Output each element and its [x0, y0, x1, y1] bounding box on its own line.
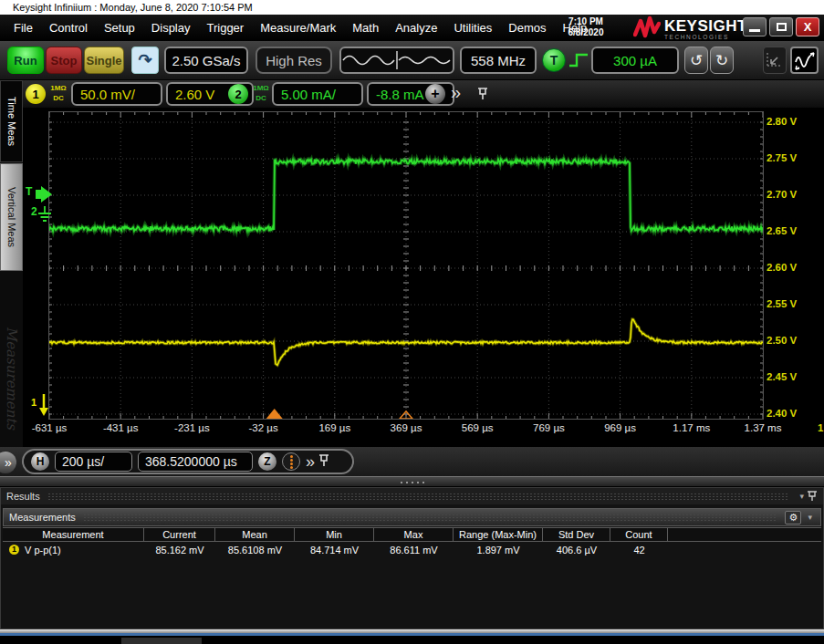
gear-icon: ⚙ [789, 512, 798, 524]
menu-item-measure-mark[interactable]: Measure/Mark [252, 21, 344, 35]
window-title: Keysight Infiniium : Monday, June 8, 202… [13, 2, 253, 13]
trigger-badge[interactable]: T [542, 48, 566, 72]
channel-1-scale-display[interactable]: 50.0 mV/ [71, 82, 162, 106]
col-count[interactable]: Count [610, 528, 668, 541]
time-tick-label: 769 µs [533, 422, 565, 433]
close-button[interactable]: X [796, 17, 819, 36]
time-tick-label: -32 µs [248, 422, 277, 433]
col-min[interactable]: Min [295, 528, 374, 541]
measurements-header[interactable]: Measurements ⚙ ▾ [3, 508, 821, 526]
measurements-settings-button[interactable]: ⚙ [785, 511, 801, 525]
time-tick-label: -631 µs [32, 422, 68, 433]
col-max[interactable]: Max [374, 528, 454, 541]
redo-button[interactable]: ↻ [710, 47, 734, 74]
measurements-table: Measurement Current Mean Min Max Range (… [3, 527, 821, 557]
scope-plot[interactable] [48, 111, 764, 420]
time-tick-label: -431 µs [103, 422, 139, 433]
window-titlebar[interactable]: Keysight Infiniium : Monday, June 8, 202… [0, 0, 824, 15]
keysight-logo: KEYSIGHT TECHNOLOGIES [633, 16, 747, 44]
menu-bar: File Control Setup Display Trigger Measu… [0, 15, 824, 41]
voltage-tick-label: 2.40 V [767, 408, 797, 419]
voltage-tick-label: 2.45 V [767, 371, 797, 382]
taskbar-button[interactable] [121, 638, 202, 644]
current-value-cell: 85.162 mV [144, 542, 215, 557]
col-measurement[interactable]: Measurement [3, 528, 144, 541]
pin-horizontal-icon[interactable] [318, 452, 330, 472]
channel-2-badge[interactable]: 2 [228, 84, 248, 104]
time-tick-label: 569 µs [462, 422, 494, 433]
channel-1-badge[interactable]: 1 [26, 84, 46, 104]
stop-button[interactable]: Stop [46, 47, 82, 74]
run-button[interactable]: Run [7, 47, 44, 74]
timebase-display[interactable]: 200 µs/ [55, 452, 132, 472]
menu-item-display[interactable]: Display [143, 21, 199, 35]
menu-item-control[interactable]: Control [41, 21, 96, 35]
waveform-preview-icon[interactable] [339, 47, 454, 74]
mean-value-cell: 85.6108 mV [215, 542, 295, 557]
results-caret-icon[interactable]: ▾ [799, 492, 804, 501]
tab-time-meas[interactable]: Time Meas [0, 80, 23, 162]
time-tick-label: 169 µs [318, 422, 350, 433]
trigger-level-display[interactable]: 300 µA [591, 47, 679, 74]
scope-display-area: T 2 1 2.80 V 2.75 V 2.70 V 2.65 V 2.60 V… [23, 108, 824, 447]
brand-subname: TECHNOLOGIES [664, 35, 747, 41]
minimize-button[interactable] [743, 17, 767, 36]
channel-2-coupling[interactable]: 1MΩ DC [250, 83, 272, 103]
horizontal-toolbar: » H 200 µs/ 368.5200000 µs Z » [0, 447, 824, 476]
table-row[interactable]: 1 V p-p(1) 85.162 mV 85.6108 mV 84.714 m… [3, 542, 821, 557]
channel-2-scale-display[interactable]: 5.00 mA/ [272, 82, 363, 106]
col-stddev[interactable]: Std Dev [543, 528, 610, 541]
pin-results-icon[interactable] [807, 489, 818, 504]
more-channels-chevron[interactable]: » [451, 82, 458, 103]
keysight-spark-icon [633, 16, 661, 44]
touch-arrow-icon: ↷ [138, 50, 151, 70]
single-button[interactable]: Single [84, 47, 124, 74]
menu-item-file[interactable]: File [5, 21, 41, 35]
ch1-ground-marker[interactable]: 1 [30, 392, 54, 421]
menu-item-analyze[interactable]: Analyze [387, 21, 445, 35]
measurement-name-cell: 1 V p-p(1) [3, 542, 144, 557]
horizontal-position-display[interactable]: 368.5200000 µs [138, 452, 253, 472]
taskbar-strip [0, 636, 824, 644]
expand-toolbar-button[interactable]: » [0, 452, 16, 473]
brand-name: KEYSIGHT [664, 18, 747, 34]
results-texture [47, 493, 790, 501]
undo-button[interactable]: ↺ [684, 47, 708, 74]
zoom-region-button[interactable] [763, 47, 787, 74]
voltage-tick-label: 2.75 V [767, 152, 797, 163]
menu-item-math[interactable]: Math [344, 21, 387, 35]
max-value-cell: 86.611 mV [374, 542, 454, 557]
results-title: Results [6, 491, 40, 502]
results-header[interactable]: Results ▾ [1, 488, 823, 504]
measurements-caret-icon[interactable]: ▾ [808, 513, 812, 522]
col-mean[interactable]: Mean [215, 528, 295, 541]
acquisition-toolbar: Run Stop Single ↷ 2.50 GSa/s High Res 55… [0, 41, 824, 80]
more-horizontal-chevron[interactable]: » [306, 452, 312, 472]
menu-item-utilities[interactable]: Utilities [445, 21, 500, 35]
channel-1-marker-icon: 1 [9, 545, 19, 555]
add-waveform-button[interactable]: + [425, 84, 445, 104]
clock-display[interactable]: 7:10 PM 6/8/2020 [550, 16, 621, 38]
panel-splitter[interactable] [0, 476, 824, 487]
trigger-edge-icon[interactable] [568, 48, 589, 72]
acquisition-mode-button[interactable]: High Res [256, 47, 332, 74]
svg-text:T: T [26, 185, 33, 198]
channel-1-coupling[interactable]: 1MΩ DC [47, 83, 69, 103]
col-current[interactable]: Current [144, 528, 215, 541]
svg-text:2: 2 [31, 205, 37, 218]
menu-item-trigger[interactable]: Trigger [198, 21, 252, 35]
sample-rate-display[interactable]: 2.50 GSa/s [164, 47, 248, 74]
pin-toolbar-icon[interactable] [476, 86, 489, 106]
zoom-badge[interactable]: Z [258, 452, 276, 471]
menu-item-demos[interactable]: Demos [500, 21, 554, 35]
col-range[interactable]: Range (Max-Min) [454, 528, 543, 541]
waveform-scale-button[interactable] [790, 47, 819, 74]
tab-vertical-meas[interactable]: Vertical Meas [0, 163, 23, 271]
frequency-counter-display[interactable]: 558 MHz [460, 47, 537, 74]
horizontal-badge[interactable]: H [31, 452, 49, 471]
ch2-trigger-level-marker[interactable]: T 2 [25, 182, 54, 234]
marker-dots-button[interactable] [282, 452, 300, 471]
maximize-button[interactable] [769, 17, 793, 36]
touch-mode-button[interactable]: ↷ [131, 47, 159, 74]
menu-item-setup[interactable]: Setup [96, 21, 143, 35]
